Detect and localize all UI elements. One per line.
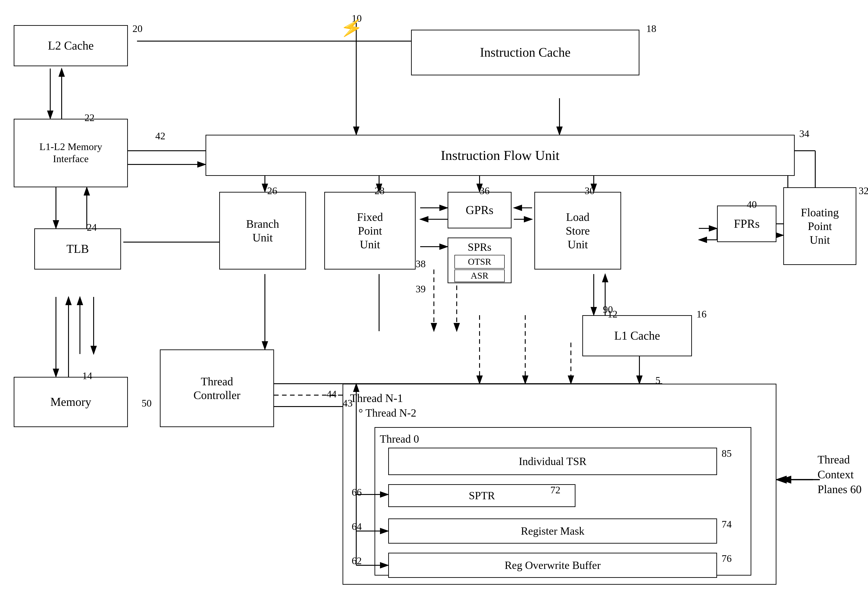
ref-14: 14: [82, 370, 92, 382]
ref-26: 26: [267, 185, 277, 197]
fixed-point-unit-box: Fixed Point Unit: [324, 192, 416, 270]
ref-16: 16: [697, 308, 707, 320]
ref-72: 72: [550, 484, 560, 496]
otsr-box: OTSR: [454, 255, 505, 268]
tlb-box: TLB: [34, 229, 121, 270]
l1-cache-box: L1 Cache: [582, 315, 692, 356]
memory-box: Memory: [14, 377, 128, 427]
ref-44: 44: [327, 388, 336, 400]
thread-n2-label: ° Thread N-2: [359, 406, 416, 419]
sptr-box: SPTR: [388, 484, 576, 507]
fprs-box: FPRs: [717, 206, 776, 242]
ref-24: 24: [87, 221, 97, 233]
ref-76: 76: [722, 553, 732, 564]
ref-38: 38: [416, 258, 426, 270]
diagram: L2 Cache 20 L1-L2 Memory Interface 22 TL…: [0, 0, 868, 600]
thread-context-planes-label: Thread Context Planes 60: [818, 452, 862, 497]
ref-28: 28: [374, 185, 385, 197]
ref-32: 32: [859, 185, 868, 197]
register-mask-box: Register Mask: [388, 518, 717, 544]
ref-20: 20: [132, 23, 142, 35]
ref-62: 62: [352, 555, 362, 567]
floating-point-unit-box: Floating Point Unit: [783, 187, 856, 265]
ref-50: 50: [142, 397, 151, 409]
lightning-icon: ⚡: [339, 15, 365, 41]
ref-64: 64: [352, 521, 362, 532]
branch-unit-box: Branch Unit: [219, 192, 306, 270]
ref-42: 42: [155, 130, 165, 142]
sprs-box: SPRs OTSR ASR: [448, 238, 512, 283]
ref-5: 5: [655, 374, 660, 386]
ref-90: 90: [603, 304, 613, 315]
thread-controller-box: Thread Controller: [160, 350, 274, 427]
ref-40: 40: [747, 199, 757, 211]
ref-36: 36: [480, 185, 489, 197]
ref-43: 43: [342, 397, 353, 409]
asr-box: ASR: [454, 270, 505, 282]
gprs-box: GPRs: [448, 192, 512, 229]
ref-74: 74: [722, 518, 732, 530]
ref-66: 66: [352, 486, 362, 498]
ref-34: 34: [799, 128, 809, 139]
load-store-unit-box: Load Store Unit: [534, 192, 621, 270]
instruction-flow-unit-box: Instruction Flow Unit: [206, 135, 795, 176]
ref-22: 22: [85, 112, 94, 124]
reg-overwrite-buffer-box: Reg Overwrite Buffer: [388, 553, 717, 578]
ref-85: 85: [722, 448, 732, 459]
instruction-cache-box: Instruction Cache: [411, 30, 639, 75]
l1l2-memory-box: L1-L2 Memory Interface: [14, 119, 128, 187]
ref-18: 18: [646, 23, 656, 35]
ref-30: 30: [585, 185, 595, 197]
l2-cache-box: L2 Cache: [14, 25, 128, 66]
ref-39: 39: [416, 283, 426, 295]
individual-tsr-box: Individual TSR: [388, 448, 717, 475]
